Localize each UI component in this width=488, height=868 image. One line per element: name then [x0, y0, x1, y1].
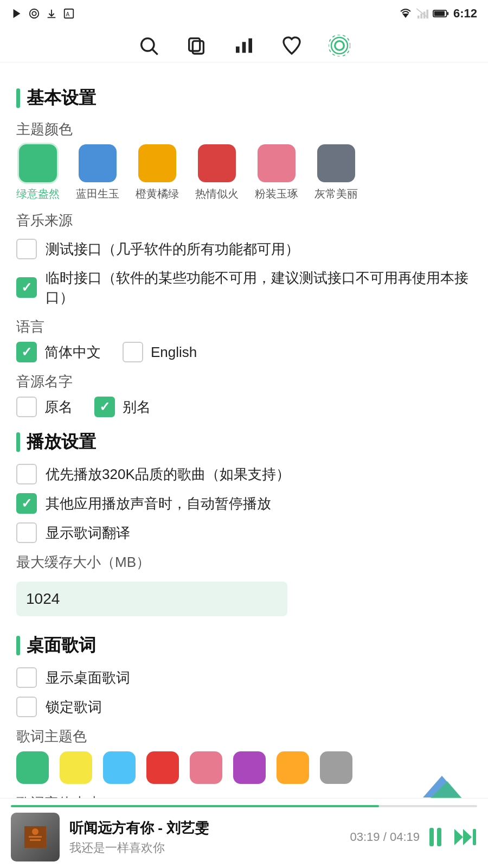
signal-icon — [416, 8, 428, 19]
svg-rect-13 — [447, 12, 448, 15]
desktop-lyrics-title: 桌面歌词 — [27, 634, 96, 658]
lang-zh-checkbox[interactable] — [16, 342, 37, 362]
section-bar — [16, 88, 20, 108]
autopause-checkbox[interactable] — [16, 493, 37, 514]
playback-settings-title: 播放设置 — [27, 430, 96, 454]
original-option[interactable]: 原名 — [16, 397, 73, 417]
svg-rect-32 — [473, 829, 476, 845]
test-api-checkbox[interactable] — [16, 239, 37, 259]
status-bar-right: 6:12 — [399, 7, 477, 21]
lyrictrans-checkbox[interactable] — [16, 522, 37, 543]
svg-point-1 — [30, 9, 39, 18]
color-item-orange[interactable]: 橙黄橘绿 — [136, 144, 179, 201]
lyric-swatch-green[interactable] — [16, 751, 49, 784]
lyric-swatch-gray[interactable] — [320, 751, 352, 784]
autopause-row: 其他应用播放声音时，自动暂停播放 — [16, 493, 472, 514]
source-name-label: 音源名字 — [16, 372, 472, 391]
bottom-player: 听闻远方有你 - 刘艺雯 我还是一样喜欢你 03:19 / 04:19 — [0, 798, 488, 868]
lang-en-option[interactable]: English — [123, 342, 197, 362]
color-swatch-pink[interactable] — [258, 144, 296, 182]
pause-button[interactable] — [429, 828, 441, 846]
heart-nav-icon[interactable] — [281, 35, 303, 56]
svg-point-14 — [142, 39, 154, 51]
color-swatch-green[interactable] — [19, 144, 57, 182]
gear-nav-icon[interactable] — [329, 35, 350, 56]
lang-en-label: English — [151, 342, 197, 362]
player-progress-bar[interactable] — [11, 805, 477, 807]
player-time: 03:19 / 04:19 — [350, 830, 420, 844]
player-album-art — [11, 813, 60, 861]
lang-en-checkbox[interactable] — [123, 342, 143, 362]
chart-nav-icon[interactable] — [233, 35, 255, 56]
alias-option[interactable]: 别名 — [94, 397, 151, 417]
lyric-swatch-red[interactable] — [146, 751, 179, 784]
show-lyrics-checkbox[interactable] — [16, 667, 37, 688]
player-time-sep: / — [383, 830, 390, 844]
desktop-lyrics-header: 桌面歌词 — [16, 634, 472, 658]
color-item-red[interactable]: 热情似火 — [195, 144, 239, 201]
hq-checkbox[interactable] — [16, 464, 37, 484]
lyric-swatch-blue[interactable] — [103, 751, 136, 784]
autopause-label: 其他应用播放声音时，自动暂停播放 — [46, 494, 472, 513]
color-item-gray[interactable]: 灰常美丽 — [314, 144, 358, 201]
player-subtitle: 我还是一样喜欢你 — [69, 840, 341, 856]
color-swatch-blue[interactable] — [79, 144, 117, 182]
player-controls — [429, 828, 477, 846]
wifi-icon — [399, 8, 412, 19]
lock-lyrics-checkbox[interactable] — [16, 697, 37, 717]
temp-api-checkbox[interactable] — [16, 277, 37, 298]
svg-text:A: A — [66, 11, 70, 17]
color-item-blue[interactable]: 蓝田生玉 — [76, 144, 119, 201]
section-bar-2 — [16, 432, 20, 452]
color-name-gray: 灰常美丽 — [314, 187, 358, 201]
lyric-swatch-pink[interactable] — [190, 751, 222, 784]
source-name-row: 原名 别名 — [16, 397, 472, 417]
show-lyrics-row: 显示桌面歌词 — [16, 667, 472, 688]
theme-color-label: 主题颜色 — [16, 120, 472, 139]
show-lyrics-label: 显示桌面歌词 — [46, 668, 472, 687]
svg-rect-19 — [242, 42, 246, 53]
lyrictrans-row: 显示歌词翻译 — [16, 522, 472, 543]
translate-icon: A — [63, 8, 75, 20]
language-label: 语言 — [16, 317, 472, 336]
cache-size-label: 最大缓存大小（MB） — [16, 553, 472, 572]
language-row: 简体中文 English — [16, 342, 472, 362]
lyric-color-row — [16, 751, 472, 784]
lyric-swatch-purple[interactable] — [233, 751, 266, 784]
test-api-label: 测试接口（几乎软件的所有功能都可用） — [46, 239, 472, 259]
lyric-swatch-orange[interactable] — [277, 751, 309, 784]
svg-marker-0 — [14, 9, 21, 18]
status-time: 6:12 — [453, 7, 477, 21]
search-nav-icon[interactable] — [138, 35, 159, 56]
lyric-swatch-yellow[interactable] — [60, 751, 92, 784]
hq-row: 优先播放320K品质的歌曲（如果支持） — [16, 464, 472, 484]
temp-api-label: 临时接口（软件的某些功能不可用，建议测试接口不可用再使用本接口） — [46, 268, 472, 308]
fast-forward-button[interactable] — [453, 828, 477, 846]
svg-rect-7 — [420, 14, 422, 18]
player-body: 听闻远方有你 - 刘艺雯 我还是一样喜欢你 03:19 / 04:19 — [11, 813, 477, 861]
player-info: 听闻远方有你 - 刘艺雯 我还是一样喜欢你 — [69, 819, 341, 856]
svg-point-21 — [335, 41, 344, 50]
circle-icon — [28, 8, 40, 20]
color-swatch-orange[interactable] — [138, 144, 176, 182]
copy-nav-icon[interactable] — [185, 35, 207, 56]
color-swatch-red[interactable] — [198, 144, 236, 182]
top-nav — [0, 27, 488, 62]
color-item-green[interactable]: 绿意盎然 — [16, 144, 60, 201]
svg-rect-12 — [434, 11, 445, 16]
basic-settings-header: 基本设置 — [16, 86, 472, 110]
battery-icon — [433, 9, 449, 18]
alias-checkbox[interactable] — [94, 397, 115, 417]
color-swatch-gray[interactable] — [317, 144, 355, 182]
svg-point-27 — [32, 828, 38, 835]
original-checkbox[interactable] — [16, 397, 37, 417]
lang-zh-label: 简体中文 — [44, 342, 101, 362]
color-name-blue: 蓝田生玉 — [76, 187, 119, 201]
svg-marker-30 — [454, 829, 463, 845]
lang-zh-option[interactable]: 简体中文 — [16, 342, 101, 362]
status-bar: A 6:12 — [0, 0, 488, 27]
color-name-green: 绿意盎然 — [16, 187, 60, 201]
section-bar-3 — [16, 636, 20, 655]
cache-size-input[interactable] — [16, 582, 287, 616]
color-item-pink[interactable]: 粉装玉琢 — [255, 144, 298, 201]
